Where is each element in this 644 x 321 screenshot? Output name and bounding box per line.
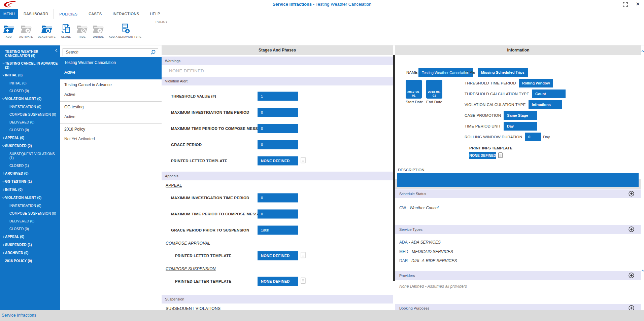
sidebar-collapse-icon[interactable] <box>55 47 58 54</box>
policy-list-item[interactable]: Testing Weather CancelationActive <box>60 57 162 79</box>
tree-item-appeal-0-[interactable]: APPEAL (0) <box>0 233 60 241</box>
criteria-section-content: ADA - ADA SERVICESMED - MEDICAID SERVICE… <box>395 234 641 271</box>
dropdown-button[interactable]: Count <box>532 90 566 98</box>
tree-item-subsequent-violations-1-[interactable]: SUBSEQUENT VIOLATIONS (1) <box>0 150 60 162</box>
description-textarea[interactable] <box>397 173 639 187</box>
tree-item-label: INITIAL (0) <box>9 81 27 85</box>
close-icon[interactable]: ✕ <box>636 1 640 7</box>
menu-item-dashboard[interactable]: DASHBOARD <box>18 9 54 19</box>
tree-item-2018-policy-0-[interactable]: 2018 POLICY (0) <box>0 257 60 265</box>
subsection-link-subsequent-violations[interactable]: SUBSEQUENT VIOLATIONS <box>166 306 393 310</box>
ribbon-button-activate[interactable]: ACTIVATE <box>17 23 35 38</box>
template-picker-button[interactable]: NONE DEFINED <box>258 251 298 260</box>
tree-item-appeal-0-[interactable]: APPEAL (0) <box>0 134 60 142</box>
criteria-item[interactable]: MED - MEDICAID SERVICES <box>399 247 641 257</box>
menu-item-menu[interactable]: MENU <box>0 9 18 19</box>
menu-item-help[interactable]: HELP <box>145 9 166 19</box>
tree-item-initial-0-[interactable]: INITIAL (0) <box>0 186 60 194</box>
ribbon-button-deactivate[interactable]: DEACTIVATE <box>35 23 58 38</box>
subsection-link-compose-approval[interactable]: COMPOSE APPROVAL <box>166 241 393 248</box>
tree-item-gg-testing-1-[interactable]: GG TESTING (1) <box>0 178 60 186</box>
chevron-down-icon <box>2 144 5 148</box>
tree-item-compose-suspension-0-[interactable]: COMPOSE SUSPENSION (0) <box>0 111 60 119</box>
tree-item-violation-alert-0-[interactable]: VIOLATION ALERT (0) <box>0 95 60 103</box>
info-row: VIOLATION CALCULATION TYPEInfractions <box>465 99 640 110</box>
tree-item-testing-weather-cancelation-9-[interactable]: TESTING WEATHER CANCELATION (9) <box>0 48 60 60</box>
value-input[interactable]: 0 <box>258 193 298 203</box>
policy-list-item[interactable]: Testing Cancel in AdvanceActive <box>60 79 162 102</box>
ribbon-button-add-a-behavior-type[interactable]: ADD A BEHAVIOR TYPE <box>106 23 144 38</box>
menu-item-infractions[interactable]: INFRACTIONS <box>107 9 145 19</box>
tree-item-testing-cancel-in-advance-2-[interactable]: TESTING CANCEL IN ADVANCE (2) <box>0 60 60 72</box>
value-input[interactable]: 1d0h <box>258 226 298 235</box>
doc-template-icon[interactable] <box>301 157 306 165</box>
ribbon-button-hide[interactable]: HIDE <box>74 23 90 38</box>
add-criteria-icon[interactable] <box>629 305 634 310</box>
template-picker-button[interactable]: NONE DEFINED <box>258 156 298 166</box>
dropdown-button[interactable]: Missing Scheduled Trips <box>478 68 528 77</box>
dropdown-button[interactable]: Same Stage <box>504 111 537 120</box>
doc-template-dark-icon[interactable] <box>498 152 503 159</box>
tree-item-delivered-0-[interactable]: DELIVERED (0) <box>0 119 60 127</box>
subsection-link-appeal[interactable]: APPEAL <box>166 183 393 190</box>
criteria-item[interactable]: CW - Weather Cancel <box>399 204 641 213</box>
tree-item-suspended-2-[interactable]: SUSPENDED (2) <box>0 142 60 150</box>
fullscreen-icon[interactable] <box>623 2 628 8</box>
value-input[interactable]: 0 <box>258 124 298 133</box>
tree-item-initial-0-[interactable]: INITIAL (0) <box>0 80 60 87</box>
template-picker-button[interactable]: NONE DEFINED <box>258 277 298 286</box>
tree-item-initial-0-[interactable]: INITIAL (0) <box>0 72 60 80</box>
tree-item-suspended-1-[interactable]: SUSPENDED (1) <box>0 241 60 249</box>
scroll-up-icon[interactable] <box>641 47 644 54</box>
value-input[interactable]: 1 <box>258 92 298 101</box>
ribbon-button-clone[interactable]: CLONE <box>58 23 74 38</box>
dropdown-button[interactable]: Rolling Window <box>519 79 553 87</box>
value-input[interactable]: 0 <box>258 108 298 117</box>
policy-list-item[interactable]: 2018 PolicyNot Yet Activated <box>60 124 162 146</box>
menu-item-cases[interactable]: CASES <box>83 9 107 19</box>
date-picker-tile[interactable]: 2017-06-01 <box>406 80 422 99</box>
search-input[interactable] <box>63 48 158 56</box>
dropdown-button[interactable]: Infractions <box>529 100 562 109</box>
tree-item-closed-0-[interactable]: CLOSED (0) <box>0 225 60 233</box>
ribbon-button-unhide[interactable]: UNHIDE <box>90 23 106 38</box>
subsection-link-compose-suspension[interactable]: COMPOSE SUSPENSION <box>166 266 393 273</box>
dropdown-button[interactable]: Day <box>504 122 537 131</box>
criteria-note: None Defined - Assumes all providers <box>399 280 641 289</box>
print-infs-template-button[interactable]: NONE DEFINED <box>469 152 496 159</box>
date-picker-tile[interactable]: 2018-06-01 <box>426 80 442 99</box>
tree-item-violation-alert-0-[interactable]: VIOLATION ALERT (0) <box>0 194 60 202</box>
tree-item-delivered-0-[interactable]: DELIVERED (0) <box>0 218 60 225</box>
ribbon-button-add[interactable]: ADD <box>1 23 17 38</box>
ribbon-button-label: HIDE <box>79 35 86 38</box>
add-criteria-icon[interactable] <box>629 273 634 281</box>
tree-item-compose-suspension-0-[interactable]: COMPOSE SUSPENSION (0) <box>0 210 60 218</box>
tree-item-label: APPEAL (0) <box>5 136 24 140</box>
tree-item-investigation-0-[interactable]: INVESTIGATION (0) <box>0 202 60 210</box>
menu-item-policies[interactable]: POLICIES <box>54 9 83 19</box>
policy-list-item[interactable]: GG testingActive <box>60 102 162 124</box>
doc-template-icon[interactable] <box>301 252 306 260</box>
criteria-item[interactable]: ADA - ADA SERVICES <box>399 238 641 247</box>
tree-item-archived-0-[interactable]: ARCHIVED (0) <box>0 249 60 257</box>
criteria-item[interactable]: DAR - DIAL-A-RIDE SERVICES <box>399 256 641 266</box>
duration-input[interactable]: 0 <box>525 133 541 141</box>
add-criteria-icon[interactable] <box>629 191 634 200</box>
tree-item-closed-0-[interactable]: CLOSED (0) <box>0 87 60 95</box>
field-label: MAXIMUM INVESTIGATION TIME PERIOD <box>171 110 249 114</box>
add-criteria-icon[interactable] <box>629 226 634 235</box>
tree-item-archived-0-[interactable]: ARCHIVED (0) <box>0 170 60 178</box>
stages-panel-body: WarningsNONE DEFINEDViolation AlertTHRES… <box>162 57 393 310</box>
search-icon[interactable] <box>150 49 156 56</box>
value-input[interactable]: 0 <box>258 210 298 219</box>
value-input[interactable]: 0 <box>258 140 298 149</box>
tree-item-closed-0-[interactable]: CLOSED (0) <box>0 127 60 134</box>
field-row: MAXIMUM INVESTIGATION TIME PERIOD0 <box>162 190 393 206</box>
middle-scrollbar-thumb[interactable] <box>393 55 395 281</box>
tree-item-closed-1-[interactable]: CLOSED (1) <box>0 162 60 170</box>
tree-item-investigation-0-[interactable]: INVESTIGATION (0) <box>0 103 60 111</box>
clone-icon <box>61 23 71 34</box>
scroll-up-icon-2[interactable] <box>641 267 644 273</box>
criteria-description: - ADA SERVICES <box>408 240 441 245</box>
doc-template-icon[interactable] <box>301 278 306 285</box>
